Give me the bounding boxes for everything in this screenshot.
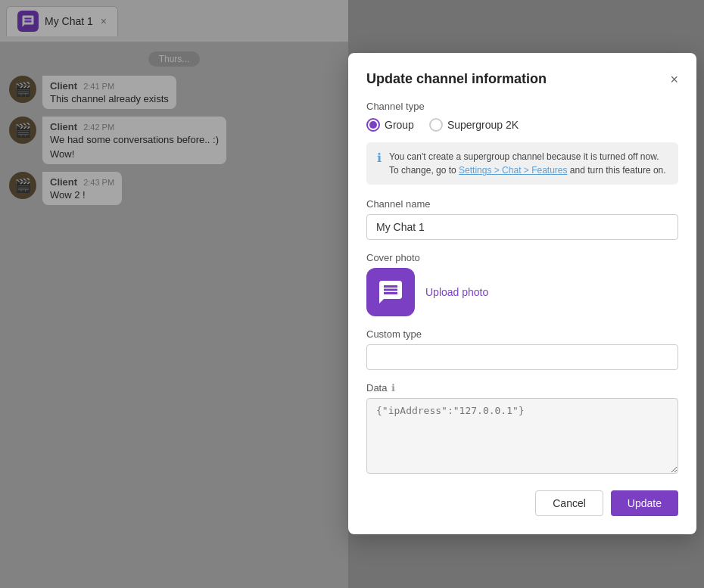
radio-option-group[interactable]: Group bbox=[366, 118, 414, 132]
cover-photo-label: Cover photo bbox=[366, 252, 678, 263]
info-text-after: and turn this feature on. bbox=[570, 165, 666, 176]
info-box-text: You can't create a supergroup channel be… bbox=[389, 150, 668, 177]
channel-type-label: Channel type bbox=[366, 101, 678, 112]
cover-chat-icon bbox=[377, 278, 404, 306]
info-circle-icon: ℹ bbox=[377, 151, 382, 165]
radio-label-supergroup: Supergroup 2K bbox=[447, 119, 519, 131]
modal-footer: Cancel Update bbox=[366, 490, 678, 516]
cover-photo-row: Upload photo bbox=[366, 268, 678, 316]
custom-type-input[interactable] bbox=[366, 344, 678, 370]
channel-name-label: Channel name bbox=[366, 198, 678, 210]
custom-type-label: Custom type bbox=[366, 328, 678, 340]
cancel-button[interactable]: Cancel bbox=[535, 490, 603, 516]
modal-close-button[interactable]: × bbox=[670, 73, 678, 86]
data-label: Data bbox=[366, 382, 387, 394]
cover-photo-section: Cover photo Upload photo bbox=[366, 252, 678, 316]
modal-header: Update channel information × bbox=[366, 71, 678, 87]
radio-dot-group bbox=[369, 121, 377, 129]
data-info-icon: ℹ bbox=[391, 382, 395, 394]
radio-option-supergroup[interactable]: Supergroup 2K bbox=[429, 118, 519, 132]
data-textarea[interactable] bbox=[366, 398, 678, 474]
radio-label-group: Group bbox=[385, 119, 414, 131]
upload-photo-link[interactable]: Upload photo bbox=[425, 286, 488, 298]
settings-link[interactable]: Settings > Chat > Features bbox=[459, 165, 567, 176]
update-button[interactable]: Update bbox=[611, 490, 678, 516]
channel-name-input[interactable] bbox=[366, 214, 678, 240]
cover-thumbnail bbox=[366, 268, 415, 316]
radio-circle-supergroup bbox=[429, 118, 443, 132]
radio-circle-group bbox=[366, 118, 380, 132]
channel-type-radio-group: Group Supergroup 2K bbox=[366, 118, 678, 132]
info-box: ℹ You can't create a supergroup channel … bbox=[366, 142, 678, 185]
data-label-row: Data ℹ bbox=[366, 382, 678, 394]
modal-title: Update channel information bbox=[366, 71, 547, 87]
update-channel-modal: Update channel information × Channel typ… bbox=[348, 53, 696, 534]
